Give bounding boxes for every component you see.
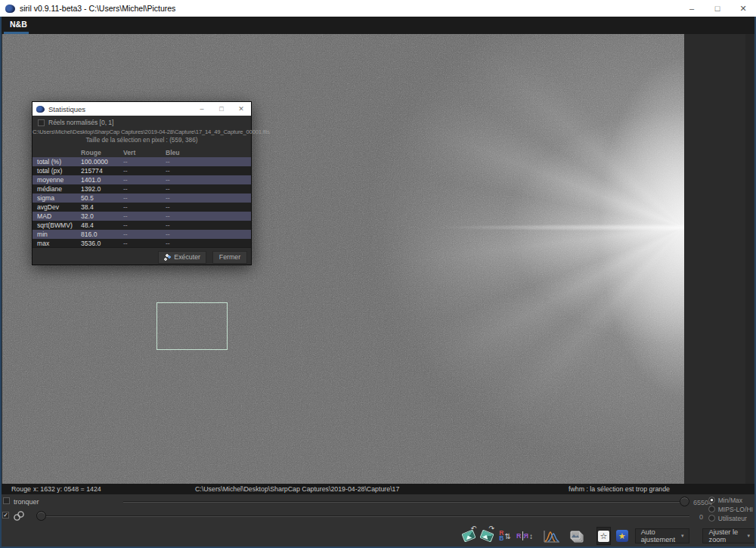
display-controls: tronquer 65504 ✓ 0 Min/Max [0, 494, 756, 525]
dialog-body: Réels normalisés [0, 1] C:\Users\Michel\… [33, 116, 251, 266]
tab-nb[interactable]: N&B [4, 17, 33, 32]
radio-minmax-dot[interactable] [708, 497, 715, 503]
header-rouge: Rouge [81, 149, 123, 156]
dialog-app-icon [36, 106, 45, 113]
status-working-path: C:\Users\Michel\Desktop\SharpCap Capture… [195, 485, 399, 493]
flip-horizontal-button[interactable]: RЯ ↕ [516, 527, 533, 545]
low-slider-handle[interactable] [36, 511, 46, 521]
flip-vertical-rb-icon: RB [499, 531, 503, 541]
titlebar: siril v0.9.11-beta3 - C:\Users\Michel\Pi… [0, 0, 756, 17]
table-row[interactable]: avgDev 38.4 -- -- [33, 203, 251, 212]
chevron-down-icon: ▾ [681, 533, 684, 539]
radio-user[interactable]: Utilisateur [708, 514, 753, 522]
execute-button[interactable]: Exécuter [158, 251, 206, 264]
bottom-toolbar: ↶ ↷ RB ⇅ RЯ ↕ [0, 525, 756, 546]
status-channel: Rouge [11, 485, 31, 493]
siril-window: siril v0.9.11-beta3 - C:\Users\Michel\Pi… [0, 0, 756, 548]
table-row[interactable]: min 816.0 -- -- [33, 230, 251, 239]
close-button[interactable]: ✕ [730, 0, 756, 17]
fit-zoom-dropdown[interactable]: Ajuster le zoom ▾ [702, 528, 756, 543]
radio-mips-dot[interactable] [708, 506, 715, 512]
window-border-left [0, 17, 2, 548]
low-level-value: 0 [699, 513, 703, 521]
table-row[interactable]: MAD 32.0 -- -- [33, 212, 251, 221]
dialog-file-path: C:\Users\Michel\Desktop\SharpCap Capture… [33, 128, 251, 135]
slider-track [123, 501, 689, 503]
table-row[interactable]: total (%) 100.0000 -- -- [33, 157, 251, 166]
auto-adjust-dropdown[interactable]: Auto ajustement ▾ [635, 528, 690, 543]
table-row[interactable]: moyenne 1401.0 -- -- [33, 175, 251, 184]
dialog-maximize-button[interactable]: □ [212, 102, 231, 116]
normalized-checkbox[interactable] [38, 119, 45, 126]
low-level-slider[interactable] [36, 511, 689, 522]
image-list-button[interactable] [569, 527, 584, 545]
psf-star-icon: ★ [616, 530, 628, 542]
scaling-mode-radios: Min/Max MIPS-LO/HI Utilisateur [708, 496, 753, 522]
rotate-left-button[interactable]: ↶ [462, 527, 476, 545]
slider-track [36, 515, 689, 517]
dialog-minimize-button[interactable]: – [192, 102, 212, 116]
status-bar: Rouge x: 1632 y: 0548 = 1424 C:\Users\Mi… [0, 484, 756, 494]
header-bleu: Bleu [166, 149, 251, 156]
fermer-button[interactable]: Fermer [212, 251, 247, 264]
statistics-table: Rouge Vert Bleu total (%) 100.0000 -- --… [33, 147, 251, 248]
dialog-footer: Exécuter Fermer [33, 247, 251, 266]
status-coordinates: x: 1632 y: 0548 = 1424 [33, 485, 101, 493]
table-row[interactable]: sigma 50.5 -- -- [33, 194, 251, 203]
dialog-title: Statistiques [48, 105, 85, 113]
status-fwhm-message: fwhm : la sélection est trop grande [569, 485, 670, 493]
dialog-selection-size: Taille de la sélection en pixel : (559, … [33, 137, 251, 144]
dialog-titlebar[interactable]: Statistiques – □ ✕ [33, 102, 251, 116]
dialog-close-button[interactable]: ✕ [231, 102, 251, 116]
window-title: siril v0.9.11-beta3 - C:\Users\Michel\Pi… [20, 4, 175, 13]
minimize-button[interactable]: – [679, 0, 705, 17]
star-mask-icon: ☆ [598, 531, 609, 542]
table-row[interactable]: médiane 1392.0 -- -- [33, 184, 251, 194]
table-row[interactable]: total (px) 215774 -- -- [33, 166, 251, 175]
header-vert: Vert [123, 149, 166, 156]
truncate-checkbox[interactable] [3, 497, 10, 504]
table-row[interactable]: sqrt(BWMV) 48.4 -- -- [33, 221, 251, 230]
siril-app-icon [5, 5, 15, 13]
psf-button[interactable]: ★ [615, 527, 629, 545]
chevron-down-icon: ▾ [748, 533, 751, 539]
flip-horizontal-rr-icon: RЯ [516, 531, 528, 540]
flip-vertical-button[interactable]: RB ⇅ [498, 527, 512, 545]
star-mask-toggle[interactable]: ☆ [596, 527, 611, 545]
truncate-label: tronquer [14, 498, 39, 506]
image-stack-icon [569, 529, 584, 543]
histogram-icon [544, 529, 560, 543]
normalized-checkbox-label: Réels normalisés [0, 1] [48, 119, 113, 126]
radio-mips[interactable]: MIPS-LO/HI [708, 505, 753, 513]
radio-minmax[interactable]: Min/Max [708, 496, 753, 504]
table-header-row: Rouge Vert Bleu [33, 147, 251, 157]
histogram-button[interactable] [544, 527, 560, 545]
vertical-scrollbar[interactable] [745, 34, 754, 484]
high-slider-handle[interactable] [680, 497, 689, 506]
maximize-button[interactable]: □ [705, 0, 730, 17]
high-level-slider[interactable] [123, 497, 689, 507]
tab-bar: N&B [0, 17, 756, 34]
chain-link-icon [13, 510, 25, 522]
radio-user-dot[interactable] [708, 515, 715, 522]
statistics-dialog: Statistiques – □ ✕ Réels normalisés [0, … [32, 101, 252, 265]
rotate-right-button[interactable]: ↷ [480, 527, 494, 545]
workspace: Statistiques – □ ✕ Réels normalisés [0, … [0, 34, 756, 484]
selection-rectangle[interactable] [156, 302, 228, 350]
execute-icon [164, 254, 171, 261]
link-levels-checkbox[interactable]: ✓ [2, 512, 9, 519]
